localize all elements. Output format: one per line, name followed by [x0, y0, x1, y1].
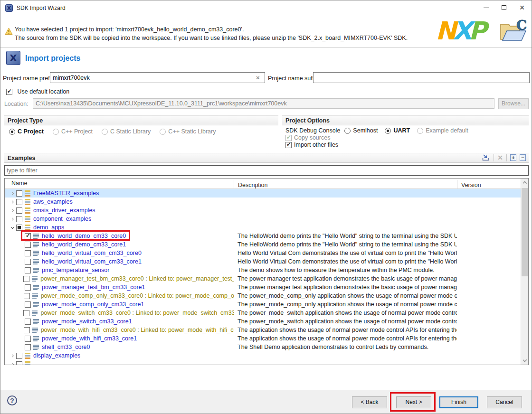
tree-row[interactable]: power_manager_test_bm_cm33_core0 : Linke…: [5, 274, 521, 283]
row-checkbox[interactable]: [16, 216, 22, 222]
import-example-icon[interactable]: [482, 154, 490, 161]
back-button[interactable]: < Back: [352, 396, 387, 408]
row-checkbox[interactable]: [23, 310, 29, 316]
example-name: power_manager_test_bm_cm33_core1: [42, 284, 145, 291]
folder-c-icon: C: [497, 19, 528, 45]
copy-sources-row: Copy sources: [285, 134, 330, 141]
next-annotation-red-box: [390, 392, 436, 412]
row-checkbox[interactable]: [16, 190, 22, 197]
tree-row[interactable]: power_mode_switch_cm33_core0 : Linked to…: [5, 309, 521, 317]
example-type-icon: [33, 301, 39, 308]
finish-button[interactable]: Finish: [439, 396, 478, 408]
maximize-button[interactable]: [494, 0, 513, 15]
c-project-radio[interactable]: [9, 129, 15, 135]
name-cell: power_mode_with_hifi_cm33_core0 : Linked…: [5, 326, 234, 334]
use-default-location-checkbox[interactable]: [6, 89, 12, 95]
collapse-all-icon[interactable]: −: [520, 154, 526, 161]
maximize-icon: [502, 5, 506, 10]
scrollbar-thumb[interactable]: [522, 188, 528, 276]
import-other-files-checkbox[interactable]: [285, 142, 292, 148]
example-description: The HelloWorld demo prints the "Hello Wo…: [234, 241, 457, 248]
tree-row[interactable]: power_mode_comp_only_cm33_core1 The powe…: [5, 300, 521, 309]
row-checkbox[interactable]: [16, 207, 22, 214]
tree-row[interactable]: shell_cm33_core0 The Shell Demo applicat…: [5, 343, 521, 351]
row-checkbox[interactable]: [25, 344, 31, 350]
cpp-project-radio[interactable]: [53, 129, 59, 135]
copy-sources-checkbox[interactable]: [285, 135, 292, 141]
expand-all-icon[interactable]: +: [510, 154, 516, 161]
tree-row[interactable]: power_mode_switch_cm33_core1 The power_m…: [5, 317, 521, 326]
row-checkbox[interactable]: [25, 250, 31, 256]
row-checkbox[interactable]: [25, 319, 31, 325]
tree-row[interactable]: power_mode_with_hifi_cm33_core0 : Linked…: [5, 326, 521, 334]
example-name: shell_cm33_core0: [42, 344, 90, 350]
row-checkbox[interactable]: [25, 267, 31, 273]
example-type-icon: [32, 310, 38, 316]
minimize-button[interactable]: [476, 0, 495, 15]
cpp-static-library-radio[interactable]: [160, 129, 166, 135]
clear-prefix-icon[interactable]: ×: [256, 74, 260, 81]
row-checkbox[interactable]: [16, 199, 22, 205]
c-static-library-radio[interactable]: [102, 129, 108, 135]
examples-header: Examples: [4, 153, 529, 163]
row-checkbox[interactable]: [25, 336, 31, 342]
row-checkbox[interactable]: [25, 242, 31, 248]
example-type-icon: [33, 336, 39, 342]
project-name-prefix-input[interactable]: [50, 72, 265, 83]
row-checkbox[interactable]: [25, 284, 31, 291]
help-button[interactable]: ?: [7, 395, 17, 405]
tree-row[interactable]: FreeMASTER_examples: [5, 189, 521, 198]
tree-row[interactable]: display_examples: [5, 351, 521, 360]
expand-chevron-icon[interactable]: [10, 217, 13, 220]
expand-chevron-icon[interactable]: [10, 354, 13, 357]
row-checkbox[interactable]: [16, 225, 22, 231]
tree-row[interactable]: [5, 360, 521, 365]
window-title: SDK Import Wizard: [17, 5, 66, 11]
use-default-location-row: Use default location: [6, 88, 69, 95]
vertical-scrollbar[interactable]: [521, 179, 528, 365]
tree-row[interactable]: pmc_temperature_sensor The demo shows ho…: [5, 266, 521, 274]
column-header-name[interactable]: Name: [11, 180, 27, 187]
clear-filter-icon[interactable]: ✕: [497, 154, 503, 161]
expand-chevron-icon[interactable]: [10, 225, 14, 228]
tree-row[interactable]: hello_world_demo_cm33_core1 The HelloWor…: [5, 240, 521, 249]
expand-chevron-icon[interactable]: [10, 200, 13, 203]
scroll-up-icon[interactable]: [521, 179, 529, 187]
row-checkbox[interactable]: [25, 301, 31, 308]
example-description: Hello World Virtual Com demonstrates the…: [234, 258, 457, 265]
tree-row[interactable]: power_mode_with_hifi_cm33_core1 The appl…: [5, 334, 521, 343]
uart-radio[interactable]: [385, 128, 391, 134]
scroll-down-icon[interactable]: [521, 357, 529, 365]
tree-row[interactable]: power_manager_test_bm_cm33_core1 The pow…: [5, 283, 521, 292]
semihost-radio[interactable]: [344, 128, 351, 134]
chevron-box: [9, 218, 16, 220]
tree-row[interactable]: cmsis_driver_examples: [5, 206, 521, 215]
tree-row[interactable]: hello_world_demo_cm33_core0 The HelloWor…: [5, 232, 521, 240]
example-name: power_mode_switch_cm33_core0 : Linked to…: [40, 310, 234, 316]
tree-row[interactable]: hello_world_virtual_com_cm33_core1 Hello…: [5, 257, 521, 266]
row-checkbox[interactable]: [23, 276, 29, 282]
cancel-button[interactable]: Cancel: [487, 396, 522, 408]
tree-row[interactable]: aws_examples: [5, 198, 521, 206]
example-description: The power_mode_switch application shows …: [234, 310, 457, 316]
row-checkbox[interactable]: [16, 353, 22, 359]
project-name-suffix-input[interactable]: [313, 72, 530, 83]
row-checkbox[interactable]: [16, 361, 22, 365]
close-button[interactable]: ×: [513, 0, 532, 15]
tree-row[interactable]: component_examples: [5, 215, 521, 223]
example-type-icon: [25, 353, 30, 359]
example-name: hello_world_virtual_com_cm33_core0: [42, 250, 142, 256]
name-cell: power_manager_test_bm_cm33_core1: [5, 283, 234, 292]
expand-chevron-icon[interactable]: [10, 362, 13, 365]
browse-button[interactable]: Browse...: [498, 98, 529, 109]
tree-row[interactable]: hello_world_virtual_com_cm33_core0 Hello…: [5, 249, 521, 257]
row-checkbox[interactable]: [24, 327, 30, 333]
example-default-radio[interactable]: [417, 128, 423, 134]
expand-chevron-icon[interactable]: [10, 208, 13, 212]
examples-filter-input[interactable]: [4, 165, 529, 176]
tree-row[interactable]: power_mode_comp_only_cm33_core0 : Linked…: [5, 292, 521, 300]
row-checkbox[interactable]: [25, 259, 31, 265]
row-checkbox[interactable]: [24, 293, 30, 299]
page-title: Import projects: [25, 54, 80, 63]
expand-chevron-icon[interactable]: [10, 191, 13, 195]
